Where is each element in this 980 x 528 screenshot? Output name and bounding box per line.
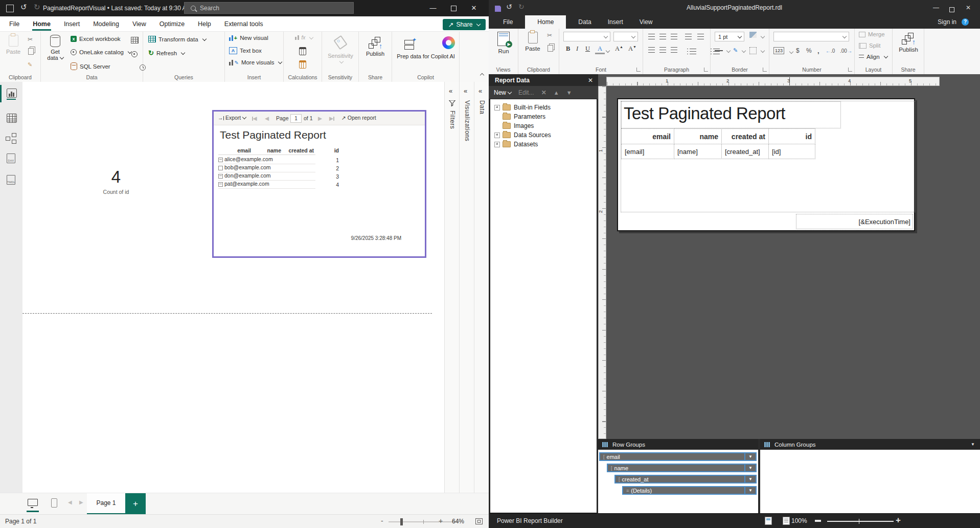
collapse-toggle-icon[interactable] <box>218 166 223 170</box>
expand-icon[interactable] <box>494 133 500 138</box>
increase-indent-icon[interactable] <box>697 34 704 39</box>
column-groups-panel[interactable] <box>760 450 980 513</box>
chevron-down-icon[interactable] <box>761 34 765 38</box>
tablix-header-name[interactable]: name <box>674 128 722 144</box>
chevron-down-icon[interactable] <box>606 49 610 53</box>
border-color-icon[interactable]: ✎ <box>733 47 738 54</box>
prep-data-icon[interactable]: ✦ <box>404 38 416 50</box>
delete-icon[interactable]: ✕ <box>541 89 546 96</box>
menu-data[interactable]: Data <box>570 15 599 29</box>
new-visual-button[interactable]: +New visual <box>229 35 268 41</box>
row-group-details[interactable]: ≡(Details)▼ <box>622 486 757 495</box>
close-button[interactable]: ✕ <box>966 0 971 15</box>
table-view-icon[interactable] <box>7 114 17 123</box>
execution-time-textbox[interactable]: [&ExecutionTime] <box>796 214 913 229</box>
more-visuals-button[interactable]: ✎More visuals <box>229 59 282 65</box>
share-button[interactable]: ↗Share <box>443 19 486 30</box>
row-group-created-at[interactable]: [created_at▼ <box>614 475 757 483</box>
menu-help[interactable]: Help <box>191 16 218 32</box>
number-format-icon[interactable]: 123 <box>773 47 784 54</box>
underline-button[interactable]: U <box>583 45 592 53</box>
tablix-header-id[interactable]: id <box>768 128 815 144</box>
zoom-slider-handle[interactable] <box>400 518 403 525</box>
new-button[interactable]: New <box>494 89 511 96</box>
close-panel-icon[interactable]: ✕ <box>588 77 598 84</box>
number-format-select[interactable] <box>773 32 849 41</box>
visualizations-pane-collapsed[interactable]: « Visualizations <box>459 82 474 493</box>
dataverse-icon[interactable] <box>131 51 138 57</box>
percent-icon[interactable]: % <box>806 47 812 54</box>
table-row[interactable]: pat@example.com <box>218 181 315 189</box>
cut-icon[interactable]: ✂ <box>28 36 33 43</box>
menu-home[interactable]: Home <box>525 15 566 29</box>
previous-tab-icon[interactable]: ◀ <box>68 499 72 505</box>
search-input[interactable]: Search <box>184 2 354 14</box>
copilot-icon[interactable] <box>442 36 455 49</box>
format-painter-icon[interactable]: ✎ <box>28 61 32 68</box>
fit-to-page-icon[interactable] <box>475 518 483 524</box>
chevron-down-icon[interactable] <box>789 50 793 54</box>
tree-item-datasets[interactable]: Datasets <box>490 140 597 149</box>
first-page-icon[interactable]: ◀ <box>252 115 257 121</box>
shrink-font-button[interactable]: A▼ <box>626 45 639 53</box>
menu-insert[interactable]: Insert <box>57 16 86 32</box>
get-data-button[interactable]: Getdata <box>44 35 66 61</box>
font-color-button[interactable]: A <box>595 45 605 54</box>
collapse-groups-icon[interactable]: ▼ <box>971 442 975 447</box>
menu-insert[interactable]: Insert <box>600 15 631 29</box>
tmdl-view-icon[interactable]: TMDL <box>7 175 15 185</box>
calculator-icon[interactable] <box>299 47 306 55</box>
open-report-button[interactable]: ↗ Open report <box>341 115 376 121</box>
dax-query-view-icon[interactable]: DAX <box>7 153 15 163</box>
paginated-report-visual[interactable]: → Export ◀ ◀ Page 1 of 1 ▶ ▶ ↗ Open repo… <box>212 110 426 258</box>
expand-pane-icon[interactable]: « <box>464 87 467 95</box>
refresh-button[interactable]: ↻Refresh <box>148 49 185 57</box>
run-view-icon[interactable] <box>783 517 790 525</box>
align-button[interactable]: Align <box>859 54 887 60</box>
tablix-field-name[interactable]: [name] <box>674 144 722 159</box>
sign-in-button[interactable]: Sign in <box>938 15 956 29</box>
expand-pane-icon[interactable]: « <box>449 87 452 95</box>
chevron-down-icon[interactable] <box>726 49 731 53</box>
collapse-toggle-icon[interactable] <box>218 182 223 187</box>
borders-icon[interactable] <box>749 47 757 54</box>
border-width-select[interactable]: 1 pt <box>715 32 744 41</box>
new-page-button[interactable]: + <box>125 493 146 515</box>
next-page-icon[interactable]: ▶ <box>318 115 322 121</box>
zoom-level[interactable]: 100% <box>791 517 807 524</box>
table-row[interactable]: alice@example.com <box>218 156 315 164</box>
bold-button[interactable]: B <box>563 45 573 53</box>
merge-button[interactable]: Merge <box>859 31 885 37</box>
menu-modeling[interactable]: Modeling <box>86 16 126 32</box>
menu-file[interactable]: File <box>495 15 521 29</box>
text-box-button[interactable]: AText box <box>229 47 262 54</box>
align-right-icon[interactable] <box>671 47 677 53</box>
move-up-icon[interactable]: ▲ <box>554 90 559 96</box>
enter-data-icon[interactable] <box>131 37 139 43</box>
sql-server-button[interactable]: SQL Server <box>71 62 110 70</box>
font-size-select[interactable] <box>613 32 638 41</box>
model-view-icon[interactable] <box>6 133 17 143</box>
paste-button[interactable]: Paste <box>3 35 24 55</box>
document-title[interactable]: PaginatedReportVisual • Last saved: Toda… <box>43 0 198 16</box>
align-middle-icon[interactable] <box>659 34 666 39</box>
last-page-icon[interactable]: ▶ <box>329 115 334 121</box>
zoom-in-button[interactable]: + <box>896 515 901 525</box>
zoom-slider-track[interactable] <box>827 521 894 522</box>
grow-font-button[interactable]: A▲ <box>612 45 626 53</box>
page-number-input[interactable]: 1 <box>290 114 302 123</box>
mobile-layout-icon[interactable] <box>51 498 57 508</box>
redo-icon[interactable]: ↻ <box>34 3 40 12</box>
group-dropdown-icon[interactable]: ▼ <box>744 487 756 494</box>
decrease-decimal-icon[interactable]: .00→ <box>840 48 852 54</box>
zoom-slider-track[interactable] <box>389 521 459 522</box>
report-view-icon[interactable] <box>7 89 17 98</box>
zoom-in-button[interactable]: + <box>439 517 443 525</box>
tablix-field-email[interactable]: [email] <box>621 144 674 159</box>
onelake-catalog-button[interactable]: OneLake catalog <box>71 49 131 55</box>
excel-workbook-button[interactable]: xExcel workbook <box>71 36 121 42</box>
expand-pane-icon[interactable]: « <box>478 87 482 95</box>
report-canvas[interactable]: 4 Count of id → Export ◀ ◀ Page 1 of 1 ▶… <box>22 82 444 493</box>
fill-color-icon[interactable] <box>749 32 757 38</box>
copy-icon[interactable] <box>28 48 34 55</box>
